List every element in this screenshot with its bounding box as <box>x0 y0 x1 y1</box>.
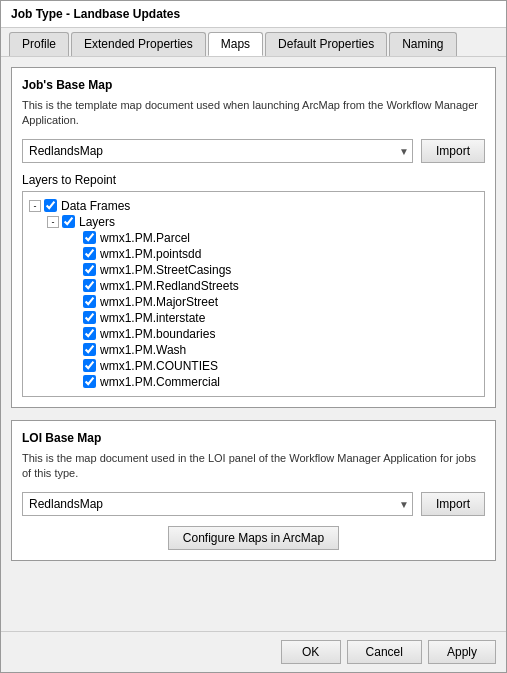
tree-label-dataframes: Data Frames <box>61 199 130 213</box>
tree-label-commercial: wmx1.PM.Commercial <box>100 375 220 389</box>
tree-item-streetcasings: wmx1.PM.StreetCasings <box>29 262 478 278</box>
tree-label-boundaries: wmx1.PM.boundaries <box>100 327 215 341</box>
tree-item-dataframes: - Data Frames <box>29 198 478 214</box>
main-content: Job's Base Map This is the template map … <box>1 57 506 631</box>
tab-default-properties[interactable]: Default Properties <box>265 32 387 56</box>
loi-base-map-section: LOI Base Map This is the map document us… <box>11 420 496 561</box>
loi-base-map-import-button[interactable]: Import <box>421 492 485 516</box>
tree-label-interstate: wmx1.PM.interstate <box>100 311 205 325</box>
layers-to-repoint-label: Layers to Repoint <box>22 173 485 187</box>
tab-profile[interactable]: Profile <box>9 32 69 56</box>
tree-checkbox-parcel[interactable] <box>83 231 96 244</box>
tree-checkbox-interstate[interactable] <box>83 311 96 324</box>
tree-checkbox-pointsdd[interactable] <box>83 247 96 260</box>
tab-naming[interactable]: Naming <box>389 32 456 56</box>
jobs-base-map-description: This is the template map document used w… <box>22 98 485 129</box>
tree-item-pointsdd: wmx1.PM.pointsdd <box>29 246 478 262</box>
tree-item-layers: - Layers <box>29 214 478 230</box>
window-title: Job Type - Landbase Updates <box>11 7 180 21</box>
tree-item-interstate: wmx1.PM.interstate <box>29 310 478 326</box>
tree-item-majorstreet: wmx1.PM.MajorStreet <box>29 294 478 310</box>
tree-checkbox-counties[interactable] <box>83 359 96 372</box>
tree-label-pointsdd: wmx1.PM.pointsdd <box>100 247 201 261</box>
main-window: Job Type - Landbase Updates Profile Exte… <box>0 0 507 673</box>
tree-toggle-dataframes[interactable]: - <box>29 200 41 212</box>
loi-base-map-title: LOI Base Map <box>22 431 485 445</box>
tree-item-wash: wmx1.PM.Wash <box>29 342 478 358</box>
jobs-base-map-title: Job's Base Map <box>22 78 485 92</box>
tree-item-counties: wmx1.PM.COUNTIES <box>29 358 478 374</box>
tree-checkbox-dataframes[interactable] <box>44 199 57 212</box>
footer-buttons: OK Cancel Apply <box>1 631 506 672</box>
tree-checkbox-layers[interactable] <box>62 215 75 228</box>
jobs-base-map-import-button[interactable]: Import <box>421 139 485 163</box>
tree-checkbox-boundaries[interactable] <box>83 327 96 340</box>
cancel-button[interactable]: Cancel <box>347 640 422 664</box>
tab-maps[interactable]: Maps <box>208 32 263 56</box>
tree-item-boundaries: wmx1.PM.boundaries <box>29 326 478 342</box>
jobs-base-map-dropdown-wrapper: RedlandsMap ▼ <box>22 139 413 163</box>
tree-label-layers: Layers <box>79 215 115 229</box>
tab-bar: Profile Extended Properties Maps Default… <box>1 28 506 57</box>
tab-extended-properties[interactable]: Extended Properties <box>71 32 206 56</box>
tree-checkbox-streetcasings[interactable] <box>83 263 96 276</box>
jobs-base-map-dropdown[interactable]: RedlandsMap <box>22 139 413 163</box>
tree-checkbox-commercial[interactable] <box>83 375 96 388</box>
configure-maps-button[interactable]: Configure Maps in ArcMap <box>168 526 339 550</box>
tree-label-counties: wmx1.PM.COUNTIES <box>100 359 218 373</box>
loi-base-map-dropdown-row: RedlandsMap ▼ Import <box>22 492 485 516</box>
tree-label-parcel: wmx1.PM.Parcel <box>100 231 190 245</box>
tree-checkbox-redlandstreets[interactable] <box>83 279 96 292</box>
ok-button[interactable]: OK <box>281 640 341 664</box>
loi-base-map-dropdown-wrapper: RedlandsMap ▼ <box>22 492 413 516</box>
tree-item-redlandstreets: wmx1.PM.RedlandStreets <box>29 278 478 294</box>
loi-base-map-description: This is the map document used in the LOI… <box>22 451 485 482</box>
apply-button[interactable]: Apply <box>428 640 496 664</box>
jobs-base-map-section: Job's Base Map This is the template map … <box>11 67 496 408</box>
tree-label-redlandstreets: wmx1.PM.RedlandStreets <box>100 279 239 293</box>
tree-checkbox-wash[interactable] <box>83 343 96 356</box>
tree-toggle-layers[interactable]: - <box>47 216 59 228</box>
jobs-base-map-dropdown-row: RedlandsMap ▼ Import <box>22 139 485 163</box>
layers-tree-container: - Data Frames - Layers wmx1.PM.Parcel <box>22 191 485 397</box>
tree-checkbox-majorstreet[interactable] <box>83 295 96 308</box>
tree-label-majorstreet: wmx1.PM.MajorStreet <box>100 295 218 309</box>
loi-base-map-dropdown[interactable]: RedlandsMap <box>22 492 413 516</box>
tree-item-commercial: wmx1.PM.Commercial <box>29 374 478 390</box>
tree-item-parcel: wmx1.PM.Parcel <box>29 230 478 246</box>
title-bar: Job Type - Landbase Updates <box>1 1 506 28</box>
tree-label-streetcasings: wmx1.PM.StreetCasings <box>100 263 231 277</box>
tree-label-wash: wmx1.PM.Wash <box>100 343 186 357</box>
